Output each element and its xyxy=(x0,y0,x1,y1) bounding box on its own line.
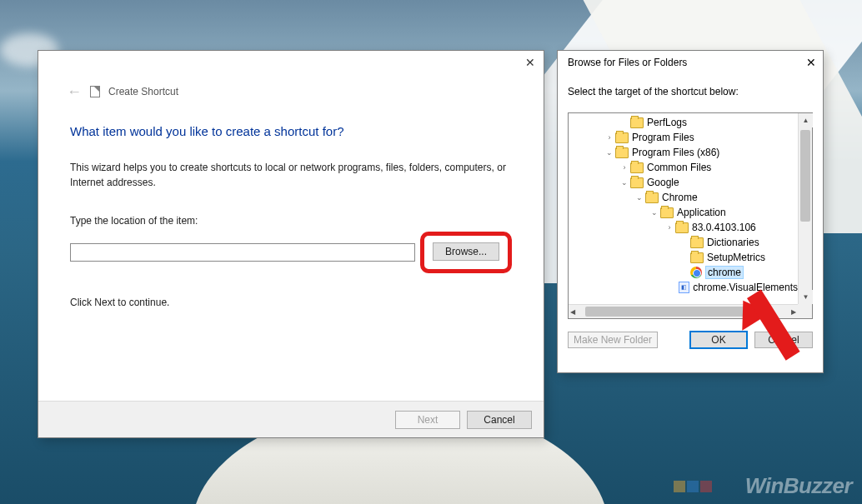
scroll-corner xyxy=(798,304,812,318)
folder-icon xyxy=(630,162,644,173)
browse-button[interactable]: Browse... xyxy=(433,242,499,261)
scroll-right-icon[interactable]: ▶ xyxy=(791,308,796,316)
folder-icon xyxy=(690,237,704,248)
folder-icon xyxy=(615,147,629,158)
tree-item-label: PerfLogs xyxy=(647,117,687,128)
scroll-up-icon[interactable]: ▲ xyxy=(799,113,813,127)
back-icon: ← xyxy=(67,84,82,99)
tree-item[interactable]: ›Dictionaries xyxy=(572,235,798,250)
caret-right-icon[interactable]: › xyxy=(604,133,615,142)
cancel-button[interactable]: Cancel xyxy=(467,411,532,429)
tree-item[interactable]: ›Common Files xyxy=(572,160,798,175)
tree-viewport[interactable]: ›PerfLogs›Program Files⌄Program Files (x… xyxy=(569,113,798,304)
chrome-icon xyxy=(690,267,702,278)
tree-item-label: Application xyxy=(677,207,726,218)
location-input[interactable] xyxy=(70,243,415,262)
location-label: Type the location of the item: xyxy=(38,190,544,232)
horizontal-scrollbar[interactable]: ◀ ▶ xyxy=(569,304,798,318)
tree-item[interactable]: ›PerfLogs xyxy=(572,115,798,130)
browse-instruction: Select the target of the shortcut below: xyxy=(558,74,823,112)
tree-item-label: chrome xyxy=(705,266,744,279)
browse-highlight: Browse... xyxy=(420,232,512,273)
tree-item[interactable]: ⌄Program Files (x86) xyxy=(572,145,798,160)
create-shortcut-dialog: ✕ ← Create Shortcut What item would you … xyxy=(38,50,544,438)
tree-item-label: Dictionaries xyxy=(707,237,759,248)
folder-icon xyxy=(660,207,674,218)
watermark-text: WinBuzzer xyxy=(745,473,852,499)
dialog-title: Create Shortcut xyxy=(108,86,178,97)
scroll-down-icon[interactable]: ▼ xyxy=(799,290,813,304)
watermark-logo xyxy=(674,481,712,492)
continue-hint: Click Next to continue. xyxy=(38,273,544,308)
shortcut-icon xyxy=(90,86,100,97)
tree-item[interactable]: ⌄Application xyxy=(572,205,798,220)
tree-item[interactable]: ⌄Chrome xyxy=(572,190,798,205)
cancel-button[interactable]: Cancel xyxy=(754,332,813,348)
folder-icon xyxy=(630,117,644,128)
manifest-icon: ◧ xyxy=(679,282,689,293)
folder-tree: ›PerfLogs›Program Files⌄Program Files (x… xyxy=(568,112,813,319)
scroll-thumb[interactable] xyxy=(800,130,810,222)
tree-item[interactable]: ›◧chrome.VisualElements xyxy=(572,280,798,295)
folder-icon xyxy=(675,222,689,233)
tree-item-label: Common Files xyxy=(647,162,711,173)
tree-item[interactable]: ›chrome xyxy=(572,265,798,280)
close-icon[interactable]: ✕ xyxy=(525,56,535,69)
tree-item-label: chrome.VisualElements xyxy=(693,282,798,293)
make-new-folder-button[interactable]: Make New Folder xyxy=(568,332,658,348)
helper-text: This wizard helps you to create shortcut… xyxy=(38,138,544,190)
ok-button[interactable]: OK xyxy=(689,331,748,349)
caret-down-icon[interactable]: ⌄ xyxy=(619,178,630,187)
caret-right-icon[interactable]: › xyxy=(664,223,675,232)
tree-item-label: Program Files (x86) xyxy=(632,147,719,158)
caret-right-icon[interactable]: › xyxy=(619,163,630,172)
browse-dialog: Browse for Files or Folders ✕ Select the… xyxy=(557,50,824,373)
folder-icon xyxy=(645,192,659,203)
vertical-scrollbar[interactable]: ▲ ▼ xyxy=(798,113,812,304)
scroll-thumb-h[interactable] xyxy=(585,307,748,317)
caret-down-icon[interactable]: ⌄ xyxy=(649,208,660,217)
folder-icon xyxy=(630,177,644,188)
next-button[interactable]: Next xyxy=(395,411,460,429)
caret-down-icon[interactable]: ⌄ xyxy=(634,193,645,202)
folder-icon xyxy=(615,132,629,143)
scroll-left-icon[interactable]: ◀ xyxy=(570,308,575,316)
tree-item-label: SetupMetrics xyxy=(707,252,765,263)
tree-item[interactable]: ›Program Files xyxy=(572,130,798,145)
tree-item[interactable]: ›83.0.4103.106 xyxy=(572,220,798,235)
main-heading: What item would you like to create a sho… xyxy=(38,99,544,138)
tree-item-label: Chrome xyxy=(662,192,698,203)
tree-item-label: 83.0.4103.106 xyxy=(692,222,756,233)
tree-item[interactable]: ⌄Google xyxy=(572,175,798,190)
tree-item-label: Google xyxy=(647,177,679,188)
browse-title: Browse for Files or Folders xyxy=(568,57,687,68)
close-icon[interactable]: ✕ xyxy=(806,56,816,69)
tree-item[interactable]: ›SetupMetrics xyxy=(572,250,798,265)
folder-icon xyxy=(690,252,704,263)
caret-down-icon[interactable]: ⌄ xyxy=(604,148,615,157)
tree-item-label: Program Files xyxy=(632,132,694,143)
